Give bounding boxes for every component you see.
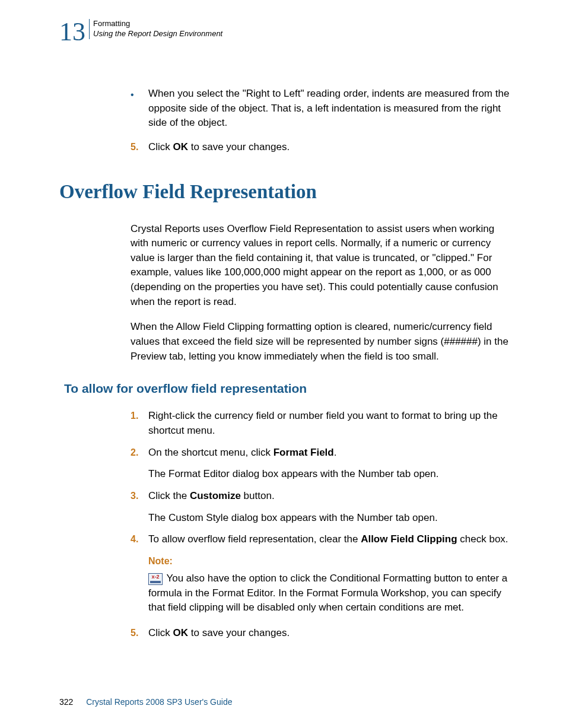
heading-overflow-field-representation: Overflow Field Representation bbox=[59, 181, 513, 203]
heading-to-allow-overflow: To allow for overflow field representati… bbox=[64, 382, 513, 396]
step-2-sub: The Format Editor dialog box appears wit… bbox=[148, 467, 513, 482]
chapter-title: Formatting bbox=[93, 19, 222, 29]
section-title: Using the Report Design Environment bbox=[93, 29, 222, 39]
bullet-text: When you select the "Right to Left" read… bbox=[148, 87, 513, 131]
step-number: 3. bbox=[131, 489, 148, 504]
footer-doc-title: Crystal Reports 2008 SP3 User's Guide bbox=[86, 697, 232, 707]
step-text: Right-click the currency field or number… bbox=[148, 409, 513, 438]
step-number: 2. bbox=[131, 446, 148, 460]
note-block: Note: x-2 You also have the option to cl… bbox=[148, 554, 513, 615]
step-number: 5. bbox=[131, 626, 148, 641]
step-text: Click the Customize button. bbox=[148, 489, 513, 504]
step-2: 2. On the shortcut menu, click Format Fi… bbox=[131, 446, 513, 460]
paragraph-1: Crystal Reports uses Overflow Field Repr… bbox=[131, 222, 513, 310]
bullet-item: • When you select the "Right to Left" re… bbox=[131, 87, 513, 131]
step-text: Click OK to save your changes. bbox=[148, 140, 513, 155]
step-4: 4. To allow overflow field representatio… bbox=[131, 532, 513, 547]
conditional-formatting-icon: x-2 bbox=[148, 573, 163, 585]
step-number: 1. bbox=[131, 409, 148, 438]
step-number: 5. bbox=[131, 140, 148, 155]
page-number: 322 bbox=[59, 697, 73, 707]
page-header: 13 Formatting Using the Report Design En… bbox=[59, 19, 513, 45]
step-3-sub: The Custom Style dialog box appears with… bbox=[148, 511, 513, 526]
chapter-number: 13 bbox=[59, 19, 85, 45]
note-body: x-2 You also have the option to click th… bbox=[148, 571, 513, 615]
step-5: 5. Click OK to save your changes. bbox=[131, 626, 513, 641]
step-3: 3. Click the Customize button. bbox=[131, 489, 513, 504]
note-text: You also have the option to click the Co… bbox=[148, 573, 507, 613]
step-text: On the shortcut menu, click Format Field… bbox=[148, 446, 513, 460]
step-5-top: 5. Click OK to save your changes. bbox=[131, 140, 513, 155]
step-text: To allow overflow field representation, … bbox=[148, 532, 513, 547]
step-text: Click OK to save your changes. bbox=[148, 626, 513, 641]
page-footer: 322 Crystal Reports 2008 SP3 User's Guid… bbox=[59, 697, 232, 707]
header-text-block: Formatting Using the Report Design Envir… bbox=[89, 19, 222, 39]
step-1: 1. Right-click the currency field or num… bbox=[131, 409, 513, 438]
note-label: Note: bbox=[148, 554, 513, 568]
bullet-marker: • bbox=[131, 87, 148, 131]
step-number: 4. bbox=[131, 532, 148, 547]
paragraph-2: When the Allow Field Clipping formatting… bbox=[131, 320, 513, 364]
